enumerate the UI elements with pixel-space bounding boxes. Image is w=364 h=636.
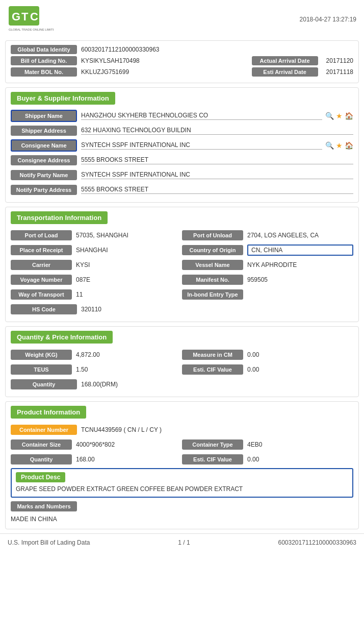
carrier-vessel-row: Carrier KYSI Vessel Name NYK APHRODITE — [11, 258, 353, 272]
container-size-col: Container Size 4000*906*802 — [11, 439, 182, 450]
voyage-col: Voyage Number 087E — [11, 275, 182, 285]
quantity-price-title: Quantity & Price Information — [11, 331, 113, 344]
port-row: Port of Load 57035, SHANGHAI Port of Unl… — [11, 229, 353, 242]
container-size-value: 4000*906*802 — [76, 441, 182, 448]
hs-code-value: 320110 — [81, 306, 353, 313]
esti-arrival-label: Esti Arrival Date — [252, 67, 318, 77]
marks-value-area: MADE IN CHINA — [6, 515, 358, 525]
bill-of-lading-label: Bill of Lading No. — [11, 56, 77, 65]
inbond-entry-label: In-bond Entry Type — [182, 289, 243, 300]
measure-col: Measure in CM 0.00 — [182, 350, 353, 360]
mater-bol-value: KKLUZJG751699 — [81, 68, 252, 76]
receipt-origin-row: Place of Receipt SHANGHAI Country of Ori… — [11, 243, 353, 257]
product-desc-value: GRAPE SEED POWDER EXTRACT GREEN COFFEE B… — [16, 484, 348, 494]
esti-cif-label: Esti. CIF Value — [182, 364, 243, 375]
weight-label: Weight (KG) — [11, 350, 72, 360]
transportation-card: Transportation Information Port of Load … — [5, 207, 359, 322]
teus-label: TEUS — [11, 364, 72, 375]
svg-text:T: T — [21, 10, 29, 23]
container-type-label: Container Type — [182, 439, 243, 450]
consignee-address-label: Consignee Address — [11, 155, 77, 165]
mater-bol-label: Mater BOL No. — [11, 67, 77, 77]
notify-party-address-label: Notify Party Address — [11, 185, 77, 195]
quantity-label: Quantity — [11, 379, 77, 389]
svg-text:C: C — [30, 10, 38, 23]
way-of-transport-value: 11 — [76, 291, 182, 298]
measure-label: Measure in CM — [182, 350, 243, 360]
port-of-load-col: Port of Load 57035, SHANGHAI — [11, 230, 182, 240]
svg-text:GLOBAL TRADE ONLINE LIMITED: GLOBAL TRADE ONLINE LIMITED — [9, 28, 54, 31]
consignee-name-label: Consignee Name — [11, 139, 77, 152]
port-of-load-value: 57035, SHANGHAI — [76, 232, 182, 239]
shipper-name-label: Shipper Name — [11, 110, 77, 122]
voyage-number-value: 087E — [76, 276, 182, 283]
container-number-value: TCNU4439569 ( CN / L / CY ) — [81, 426, 353, 433]
marks-label: Marks and Numbers — [11, 501, 77, 511]
shipper-name-value: HANGZHOU SKYHERB TECHNOLOGIES CO — [81, 112, 322, 120]
teus-cif-row: TEUS 1.50 Esti. CIF Value 0.00 — [11, 363, 353, 376]
place-of-receipt-col: Place of Receipt SHANGHAI — [11, 245, 182, 255]
consignee-address-row: Consignee Address 5555 BROOKS STREET — [11, 154, 353, 167]
inbond-col: In-bond Entry Type — [182, 289, 353, 300]
carrier-label: Carrier — [11, 260, 72, 270]
mater-bol-row: Mater BOL No. KKLUZJG751699 Esti Arrival… — [11, 67, 353, 77]
global-data-identity-value: 60032017112100000330963 — [81, 46, 160, 53]
teus-value: 1.50 — [76, 366, 182, 373]
product-info-title: Product Information — [11, 406, 86, 419]
search-icon[interactable]: 🔍 — [325, 112, 334, 120]
global-data-identity-label: Global Data Identity — [11, 45, 77, 54]
home-icon[interactable]: 🏠 — [345, 112, 353, 120]
search-icon-consignee[interactable]: 🔍 — [325, 141, 334, 150]
shipper-name-icons: 🔍 ★ 🏠 — [325, 112, 353, 120]
quantity-value: 168.00(DRM) — [81, 381, 353, 388]
product-desc-box: Product Desc GRAPE SEED POWDER EXTRACT G… — [11, 468, 353, 498]
vessel-name-col: Vessel Name NYK APHRODITE — [182, 260, 353, 270]
esti-arrival-value: 20171118 — [326, 68, 353, 76]
page-header: G T C GLOBAL TRADE ONLINE LIMITED 2018-0… — [0, 0, 364, 37]
port-of-unload-col: Port of Unload 2704, LOS ANGELES, CA — [182, 230, 353, 240]
transportation-title: Transportation Information — [11, 211, 108, 224]
product-info-card: Product Information Container Number TCN… — [5, 401, 359, 529]
place-of-receipt-label: Place of Receipt — [11, 245, 72, 255]
product-quantity-cif-row: Quantity 168.00 Esti. CIF Value 0.00 — [11, 453, 353, 466]
shipper-address-value: 632 HUAXING TECHNOLOGY BUILDIN — [81, 127, 353, 135]
voyage-manifest-row: Voyage Number 087E Manifest No. 959505 — [11, 273, 353, 286]
product-esti-cif-label: Esti. CIF Value — [182, 454, 243, 464]
esti-cif-col: Esti. CIF Value 0.00 — [182, 364, 353, 375]
notify-party-name-row: Notify Party Name SYNTECH SSPF INTERNATI… — [11, 168, 353, 182]
transport-inbond-row: Way of Transport 11 In-bond Entry Type — [11, 288, 353, 301]
weight-value: 4,872.00 — [76, 351, 182, 358]
product-quantity-value: 168.00 — [76, 456, 182, 463]
container-size-label: Container Size — [11, 439, 72, 450]
home-icon-consignee[interactable]: 🏠 — [345, 141, 353, 150]
bill-of-lading-value: KYSIKYLSAH170498 — [81, 57, 252, 64]
timestamp: 2018-04-27 13:27:19 — [300, 16, 356, 23]
star-icon-consignee[interactable]: ★ — [336, 141, 343, 150]
hs-code-row: HS Code 320110 — [11, 303, 353, 316]
notify-party-address-value: 5555 BROOKS STREET — [81, 186, 353, 194]
country-of-origin-label: Country of Origin — [182, 245, 243, 255]
buyer-supplier-title: Buyer & Supplier Information — [11, 92, 115, 105]
product-quantity-col: Quantity 168.00 — [11, 454, 182, 464]
container-type-col: Container Type 4EB0 — [182, 439, 353, 450]
place-of-receipt-value: SHANGHAI — [76, 247, 182, 254]
manifest-no-value: 959505 — [247, 276, 353, 283]
esti-cif-value: 0.00 — [247, 366, 353, 373]
consignee-name-row: Consignee Name SYNTECH SSPF INTERNATIONA… — [11, 139, 353, 152]
logo-area: G T C GLOBAL TRADE ONLINE LIMITED — [8, 5, 54, 33]
container-size-type-row: Container Size 4000*906*802 Container Ty… — [11, 438, 353, 451]
weight-measure-row: Weight (KG) 4,872.00 Measure in CM 0.00 — [11, 348, 353, 361]
basic-info-card: Global Data Identity 6003201711210000033… — [5, 40, 359, 83]
star-icon[interactable]: ★ — [336, 112, 343, 120]
notify-party-name-label: Notify Party Name — [11, 170, 77, 180]
manifest-col: Manifest No. 959505 — [182, 275, 353, 285]
consignee-name-value: SYNTECH SSPF INTERNATIONAL INC — [81, 141, 322, 150]
container-number-row: Container Number TCNU4439569 ( CN / L / … — [11, 423, 353, 436]
footer-right: 60032017112100000330963 — [278, 539, 357, 546]
shipper-address-row: Shipper Address 632 HUAXING TECHNOLOGY B… — [11, 124, 353, 137]
voyage-number-label: Voyage Number — [11, 275, 72, 285]
port-of-load-label: Port of Load — [11, 230, 72, 240]
way-of-transport-label: Way of Transport — [11, 289, 72, 300]
notify-party-name-value: SYNTECH SSPF INTERNATIONAL INC — [81, 171, 353, 179]
footer-left: U.S. Import Bill of Lading Data — [8, 539, 90, 546]
